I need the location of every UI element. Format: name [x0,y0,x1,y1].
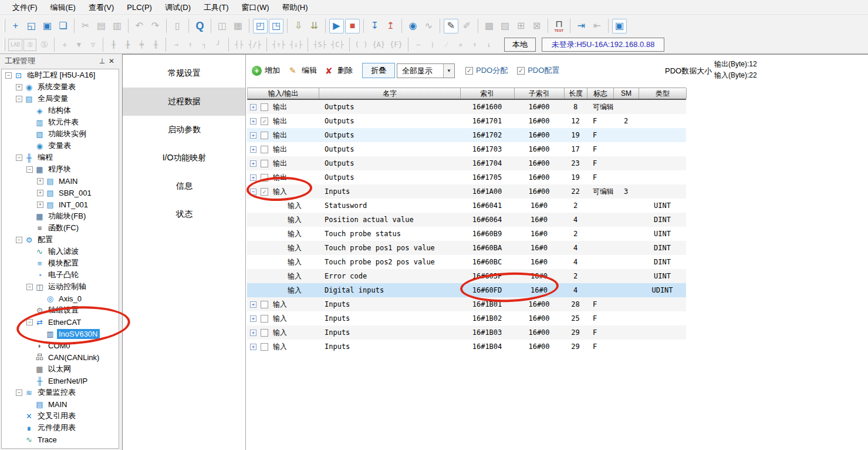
contact-falling-icon[interactable]: ┤↓├ [288,38,305,52]
close-icon[interactable]: ✕ [107,57,116,65]
fold-button[interactable]: 折叠 [362,63,395,78]
insert-row-down-icon[interactable]: ▼ [72,38,85,52]
tree-item-module-config[interactable]: ≡模块配置 [2,257,119,269]
vline-icon[interactable]: ❘ [426,38,439,52]
hline-icon[interactable]: — [412,38,425,52]
new-file-icon[interactable]: + [8,19,23,33]
compile-icon[interactable]: ⇩ [291,19,306,33]
line-corner-icon[interactable]: ┐ [198,38,211,52]
coil-set-icon[interactable]: ┤S├ [312,38,328,52]
sfc-mode-icon[interactable]: Ⓢ [23,39,36,51]
tree-item-cross-ref-table[interactable]: ✕交叉引用表 [2,410,119,422]
st-mode-icon[interactable]: Ⓢ [38,38,50,52]
tree-item-axis-0[interactable]: ◎Axis_0 [2,293,119,304]
tree-item-function-block-fb[interactable]: ▦功能块(FB) [2,210,119,222]
save-icon[interactable]: ▣ [40,19,55,33]
tree-expander[interactable]: − [16,96,22,102]
display-filter-dropdown[interactable]: 全部显示 ▼ [397,63,455,78]
menu-item-help[interactable]: 帮助(H) [276,0,315,15]
row-expander[interactable]: + [250,174,256,181]
line-up-icon[interactable]: ↑ [184,38,197,52]
run-icon[interactable]: ▶ [329,19,344,33]
undo-icon[interactable]: ↶ [132,19,147,33]
row-expander[interactable]: + [250,330,256,336]
row-checkbox[interactable] [261,132,268,139]
row-checkbox[interactable] [261,103,268,111]
table-row[interactable]: +输入Inputs16#1B0216#0025F [247,311,686,325]
del-line-icon[interactable]: ⁄ [440,38,453,52]
contact-nc-icon[interactable]: ┤/├ [246,38,263,52]
tree-item-trace[interactable]: ∿Trace [2,434,119,445]
tab-info[interactable]: 信息 [123,172,246,200]
tree-item-function-fc[interactable]: ≡函数(FC) [2,222,119,234]
menu-item-tools[interactable]: 工具(T) [197,0,235,15]
insert-parallel-icon[interactable]: ╊ [121,38,134,52]
oscilloscope-icon[interactable]: ∿ [421,19,436,33]
tree-expander[interactable]: + [37,190,43,196]
edit-button[interactable]: ✎ 编辑 [289,65,317,76]
test-plug-icon[interactable]: ⊓TEST [552,19,566,33]
menu-item-view[interactable]: 查看(V) [82,0,120,15]
login-status-box[interactable]: 未登录:H5U-16A:192.168.0.88 [542,38,665,52]
menu-item-window[interactable]: 窗口(W) [235,0,276,15]
tree-item-program-block[interactable]: −▦程序块 [2,163,119,175]
line-corner-up-icon[interactable]: ┘ [212,38,225,52]
table-row[interactable]: +输出Outputs16#170316#0017F [247,142,686,156]
pin-icon[interactable]: ⊥ [97,57,107,65]
login-icon[interactable]: ⇥ [574,19,589,33]
tree-item-struct[interactable]: ◈结构体 [2,105,119,116]
compile-all-icon[interactable]: ⇊ [307,19,322,33]
menu-item-edit[interactable]: 编辑(E) [44,0,82,15]
chevron-down-icon[interactable]: ▼ [443,64,454,78]
delete-row-icon2[interactable]: ▽ [86,38,99,52]
table-row[interactable]: +✓输出Outputs16#170116#0012F2 [247,114,686,128]
table-row[interactable]: +输出Outputs16#160016#008可编辑 [247,100,686,114]
coil-c-icon[interactable]: ┤C├ [329,38,346,52]
tree-item-watch-main[interactable]: ▤MAIN [2,398,119,410]
row-checkbox[interactable] [261,160,268,167]
tree-item-global-vars[interactable]: −▤全局变量 [2,93,119,105]
tree-item-var-watch-table[interactable]: −≋变量监控表 [2,387,119,398]
delete-button[interactable]: ✘ 删除 [325,65,353,76]
row-expander[interactable]: + [250,315,256,322]
tree-item-ethernet[interactable]: ▦以太网 [2,363,119,375]
tree-item-element-usage-table[interactable]: ∎元件使用表 [2,422,119,434]
tree-expander[interactable]: − [16,237,22,243]
table-row[interactable]: 输入Touch probe pos1 pos value16#60BA16#04… [247,241,686,255]
table-row[interactable]: +输入Inputs16#1B0116#0028F [247,297,686,311]
table-row[interactable]: +输出Outputs16#170416#0023F [247,156,686,170]
table-row[interactable]: +输入Inputs16#1B0316#0029F [247,325,686,340]
tree-expander[interactable]: + [37,178,43,184]
pdo-assign-checkbox[interactable]: ✓ PDO分配 [465,65,508,76]
tree-expander[interactable]: + [37,202,43,208]
del-seg-icon[interactable]: ✳ [454,38,467,52]
lad-mode-icon[interactable]: LAD [8,39,22,51]
tree-expander[interactable]: − [16,389,22,396]
tree-item-system-var-table[interactable]: +◉系统变量表 [2,81,119,93]
tree-expander[interactable]: + [16,84,22,90]
write-icon[interactable]: ✎ [444,19,458,33]
tree-item-soft-element-table[interactable]: ▥软元件表 [2,116,119,128]
tree-item-input-filter[interactable]: ∿输入滤波 [2,246,119,257]
row-expander[interactable]: + [250,160,256,167]
line-right-icon[interactable]: → [170,38,183,52]
tree-item-e-cam[interactable]: ◔电子凸轮 [2,269,119,281]
copy-icon[interactable]: ▤ [94,19,109,33]
table-row[interactable]: 输入Touch probe pos2 pos value16#60BC16#04… [247,255,686,269]
toolbar-grip[interactable] [4,38,5,51]
table-row[interactable]: +输出Outputs16#170516#0019F [247,170,686,184]
move-up-icon[interactable]: ↑ [468,38,481,52]
table-row[interactable]: 输入Statusword16#604116#02UINT [247,199,686,213]
row-checkbox[interactable] [261,343,268,351]
sim-download-icon[interactable]: ▩ [482,19,497,33]
tree-item-pou-main[interactable]: +▤MAIN [2,175,119,187]
insert-cell-icon[interactable]: ✛ [58,38,71,52]
tree-expander[interactable]: − [16,155,22,161]
add-button[interactable]: + 增加 [252,65,280,76]
tree-item-pou-sbr-001[interactable]: +▤SBR_001 [2,187,119,199]
tree-item-pou-int-001[interactable]: +▤INT_001 [2,199,119,210]
local-mode-button[interactable]: 本地 [504,38,536,52]
table-row[interactable]: −✓输入Inputs16#1A0016#0022可编辑3 [247,184,686,199]
app-instr-icon[interactable]: {A} [370,38,387,52]
redo-icon[interactable]: ↷ [148,19,163,33]
